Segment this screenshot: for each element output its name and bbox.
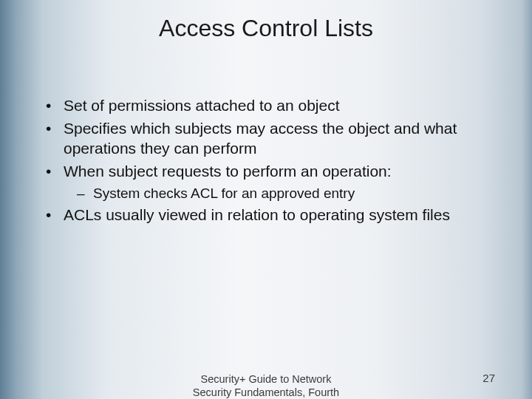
footer-source: Security+ Guide to Network Security Fund… [0, 373, 532, 399]
slide: Access Control Lists Set of permissions … [0, 0, 532, 399]
bullet-item: When subject requests to perform an oper… [46, 162, 495, 202]
bullet-text: When subject requests to perform an oper… [64, 163, 392, 180]
sub-bullet-item: System checks ACL for an approved entry [64, 185, 495, 202]
page-number: 27 [482, 372, 495, 384]
bullet-item: ACLs usually viewed in relation to opera… [46, 205, 495, 225]
footer-line: Security Fundamentals, Fourth [0, 386, 532, 399]
bullet-item: Specifies which subjects may access the … [46, 119, 495, 159]
slide-body: Set of permissions attached to an object… [46, 96, 495, 228]
bullet-item: Set of permissions attached to an object [46, 96, 495, 116]
slide-title: Access Control Lists [0, 15, 532, 42]
footer-line: Security+ Guide to Network [0, 373, 532, 386]
